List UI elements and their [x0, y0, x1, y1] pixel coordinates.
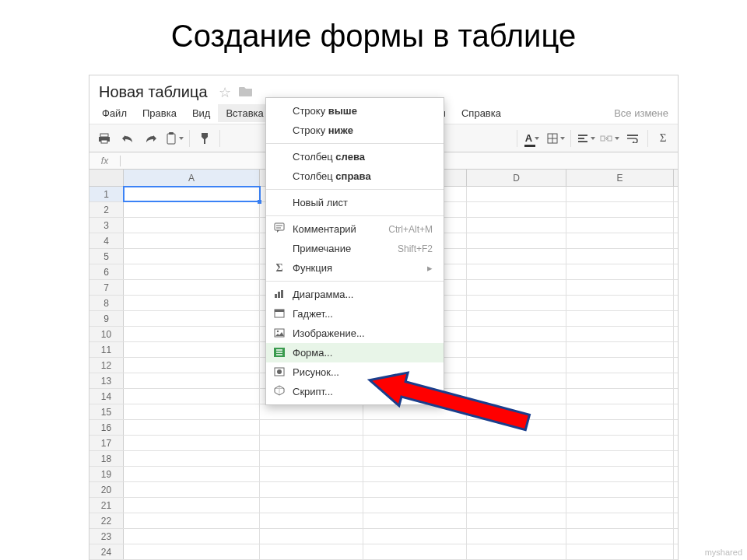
row-header[interactable]: 12 [89, 358, 124, 373]
wrap-button[interactable] [622, 128, 644, 149]
cell[interactable] [566, 404, 674, 419]
cell[interactable] [566, 342, 674, 357]
print-button[interactable] [93, 128, 115, 149]
row-header[interactable]: 1 [89, 187, 124, 201]
cell[interactable] [467, 233, 566, 248]
cell[interactable] [363, 482, 467, 497]
merge-button[interactable] [598, 128, 620, 149]
menu-вставка[interactable]: Вставка [218, 104, 271, 122]
menu-item[interactable]: КомментарийCtrl+Alt+M [266, 219, 444, 239]
row-header[interactable]: 5 [89, 249, 124, 264]
cell[interactable] [124, 264, 260, 279]
menu-item[interactable]: ΣФункция▸ [266, 258, 444, 278]
cell[interactable] [566, 529, 674, 544]
cell[interactable] [124, 513, 260, 528]
cell[interactable] [467, 296, 566, 310]
cell[interactable] [467, 451, 566, 466]
cell[interactable] [467, 327, 566, 341]
cell[interactable] [467, 544, 566, 559]
cell[interactable] [566, 280, 674, 295]
row-header[interactable]: 15 [89, 404, 124, 419]
cell[interactable] [124, 311, 260, 326]
cell[interactable] [363, 513, 467, 528]
cell[interactable] [467, 249, 566, 264]
row-header[interactable]: 4 [89, 233, 124, 248]
cell[interactable] [260, 467, 363, 481]
row-header[interactable]: 9 [89, 311, 124, 326]
document-title[interactable]: Новая таблица [99, 83, 208, 101]
cell[interactable] [566, 467, 674, 481]
row-header[interactable]: 16 [89, 420, 124, 435]
cell[interactable] [566, 513, 674, 528]
menu-item[interactable]: ПримечаниеShift+F2 [266, 239, 444, 258]
cell[interactable] [260, 513, 363, 528]
menu-item[interactable]: Изображение... [266, 324, 444, 343]
menu-item[interactable]: Строку ниже [266, 121, 444, 140]
col-header-D[interactable]: D [467, 170, 566, 186]
row-header[interactable]: 10 [89, 327, 124, 341]
cell[interactable] [260, 529, 363, 544]
cell[interactable] [566, 311, 674, 326]
cell[interactable] [467, 498, 566, 513]
menu-item[interactable]: Диаграмма... [266, 285, 444, 304]
cell[interactable] [124, 342, 260, 357]
cell[interactable] [467, 264, 566, 279]
cell[interactable] [566, 249, 674, 264]
row-header[interactable]: 6 [89, 264, 124, 279]
menu-item[interactable]: Столбец слева [266, 147, 444, 166]
cell[interactable] [124, 249, 260, 264]
undo-button[interactable] [117, 128, 139, 149]
paste-button[interactable] [163, 128, 185, 149]
cell[interactable] [124, 436, 260, 450]
paint-format-button[interactable] [194, 128, 216, 149]
cell[interactable] [260, 420, 363, 435]
row-header[interactable]: 22 [89, 513, 124, 528]
cell[interactable] [124, 498, 260, 513]
cell[interactable] [124, 280, 260, 295]
cell[interactable] [566, 202, 674, 217]
cell[interactable] [124, 218, 260, 233]
align-button[interactable] [575, 128, 597, 149]
cell[interactable] [566, 296, 674, 310]
menu-item[interactable]: Столбец справа [266, 166, 444, 186]
select-all-corner[interactable] [89, 170, 124, 186]
cell[interactable] [566, 498, 674, 513]
row-header[interactable]: 8 [89, 296, 124, 310]
menu-правка[interactable]: Правка [135, 104, 184, 122]
cell[interactable] [124, 373, 260, 388]
row-header[interactable]: 7 [89, 280, 124, 295]
row-header[interactable]: 11 [89, 342, 124, 357]
star-icon[interactable]: ☆ [219, 84, 231, 101]
redo-button[interactable] [140, 128, 162, 149]
cell[interactable] [566, 373, 674, 388]
row-header[interactable]: 23 [89, 529, 124, 544]
cell[interactable] [566, 187, 674, 201]
cell[interactable] [124, 389, 260, 404]
row-header[interactable]: 20 [89, 482, 124, 497]
folder-icon[interactable] [239, 84, 253, 100]
menu-item[interactable]: Новый лист [266, 193, 444, 212]
cell[interactable] [467, 342, 566, 357]
cell[interactable] [566, 544, 674, 559]
cell[interactable] [566, 451, 674, 466]
cell[interactable] [124, 451, 260, 466]
menu-item[interactable]: Форма... [266, 343, 444, 362]
cell[interactable] [566, 218, 674, 233]
cell[interactable] [566, 264, 674, 279]
row-header[interactable]: 21 [89, 498, 124, 513]
menu-item[interactable]: Гаджет... [266, 304, 444, 324]
cell[interactable] [566, 482, 674, 497]
cell[interactable] [467, 218, 566, 233]
cell[interactable] [124, 358, 260, 373]
cell[interactable] [260, 451, 363, 466]
row-header[interactable]: 3 [89, 218, 124, 233]
row-header[interactable]: 13 [89, 373, 124, 388]
row-header[interactable]: 17 [89, 436, 124, 450]
col-header-A[interactable]: A [124, 170, 260, 186]
cell[interactable] [260, 482, 363, 497]
cell[interactable] [467, 529, 566, 544]
row-header[interactable]: 14 [89, 389, 124, 404]
cell[interactable] [260, 544, 363, 559]
cell[interactable] [467, 187, 566, 201]
cell[interactable] [260, 436, 363, 450]
